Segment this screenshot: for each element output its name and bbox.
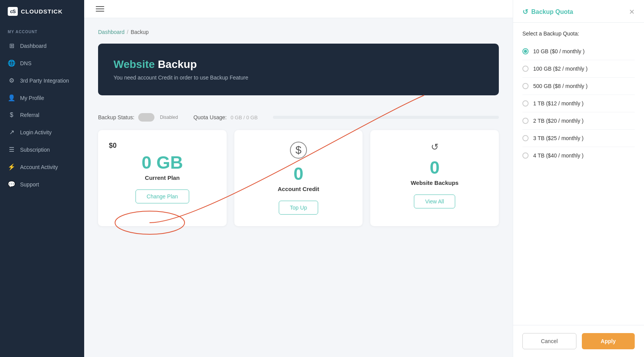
backup-status-label: Backup Status:	[98, 114, 134, 120]
quota-option-7[interactable]: 4 TB ($40 / monthly )	[522, 147, 635, 164]
toggle-label: Disabled	[160, 115, 178, 120]
view-all-button[interactable]: View All	[414, 195, 455, 208]
breadcrumb: Dashboard / Backup	[98, 29, 499, 35]
dollar-circle-icon: $	[290, 142, 307, 159]
website-backups-number: 0	[430, 157, 440, 178]
backup-banner: Website Backup You need account Credit i…	[98, 44, 499, 95]
logo-text: CLOUDSTICK	[21, 8, 63, 15]
current-plan-card: $0 0 GB Current Plan Change Plan	[98, 130, 227, 226]
sidebar-item-label: Login Activity	[20, 129, 52, 135]
backup-toggle[interactable]	[138, 113, 154, 122]
panel-select-label: Select a Backup Quota:	[522, 30, 635, 37]
cancel-button[interactable]: Cancel	[522, 333, 576, 349]
hamburger-line	[96, 8, 104, 9]
quota-label: Quota Usage:	[193, 114, 227, 120]
sidebar: cS CLOUDSTICK MY ACCOUNT ⊞ Dashboard 🌐 D…	[0, 0, 84, 357]
breadcrumb-dashboard[interactable]: Dashboard	[98, 29, 125, 35]
quota-value: 0 GB / 0 GB	[230, 115, 258, 120]
sidebar-item-loginactivity[interactable]: ↗ Login Activity	[0, 124, 84, 141]
breadcrumb-separator: /	[127, 29, 129, 35]
website-backups-card: ↺ 0 Website Backups View All	[370, 130, 499, 226]
sidebar-item-label: 3rd Party Integration	[20, 78, 69, 84]
sidebar-item-label: DNS	[20, 60, 32, 66]
quota-usage: Quota Usage: 0 GB / 0 GB	[193, 114, 258, 120]
support-icon: 💬	[8, 181, 15, 188]
top-up-button[interactable]: Top Up	[279, 201, 318, 215]
quota-option-4[interactable]: 1 TB ($12 / monthly )	[522, 95, 635, 112]
sidebar-item-label: Account Activity	[20, 164, 58, 170]
quota-option-1[interactable]: 10 GB ($0 / monthly )	[522, 43, 635, 60]
sidebar-item-label: Support	[20, 181, 39, 188]
banner-title-green: Website	[114, 58, 155, 70]
logo-icon: cS	[8, 7, 18, 16]
sidebar-item-subscription[interactable]: ☰ Subscription	[0, 141, 84, 158]
hamburger-line	[96, 6, 104, 7]
quota-option-label-4: 1 TB ($12 / monthly )	[533, 100, 583, 107]
banner-subtitle: You need account Credit in order to use …	[114, 74, 483, 81]
backup-quota-icon: ↺	[522, 8, 528, 16]
backup-status: Backup Status: Disabled	[98, 113, 178, 122]
quota-option-label-2: 100 GB ($2 / monthly )	[533, 66, 588, 72]
quota-option-label-6: 3 TB ($25 / monthly )	[533, 135, 583, 141]
change-plan-button[interactable]: Change Plan	[136, 189, 189, 203]
sidebar-item-myprofile[interactable]: 👤 My Profile	[0, 89, 84, 107]
activity-icon: ⚡	[8, 163, 15, 171]
panel-title: ↺ Backup Quota	[522, 8, 573, 16]
sidebar-item-dashboard[interactable]: ⊞ Dashboard	[0, 37, 84, 54]
sidebar-item-3rdparty[interactable]: ⚙ 3rd Party Integration	[0, 72, 84, 89]
login-icon: ↗	[8, 129, 15, 136]
radio-btn-4	[522, 100, 529, 107]
quota-option-5[interactable]: 2 TB ($20 / monthly )	[522, 112, 635, 130]
hamburger-button[interactable]	[96, 6, 104, 12]
quota-bar	[273, 116, 499, 119]
logo: cS CLOUDSTICK	[0, 0, 84, 23]
sidebar-item-dns[interactable]: 🌐 DNS	[0, 54, 84, 72]
status-bar: Backup Status: Disabled Quota Usage: 0 G…	[98, 106, 499, 130]
card-dollar: $0	[109, 142, 117, 150]
quota-option-label-1: 10 GB ($0 / monthly )	[533, 48, 585, 54]
panel-footer: Cancel Apply	[513, 325, 644, 357]
main-wrap: Dashboard / Backup Website Backup You ne…	[84, 0, 513, 357]
quota-option-6[interactable]: 3 TB ($25 / monthly )	[522, 130, 635, 147]
current-plan-label: Current Plan	[145, 174, 180, 181]
radio-btn-3	[522, 83, 529, 89]
cards-row: $0 0 GB Current Plan Change Plan $ 0 Acc…	[98, 130, 499, 226]
sidebar-section-label: MY ACCOUNT	[0, 23, 84, 37]
account-credit-number: 0	[293, 163, 303, 184]
sidebar-item-accountactivity[interactable]: ⚡ Account Activity	[0, 158, 84, 176]
current-plan-gb: 0 GB	[142, 152, 183, 173]
radio-btn-6	[522, 135, 529, 141]
radio-btn-5	[522, 118, 529, 124]
banner-title: Website Backup	[114, 58, 483, 71]
panel-body: Select a Backup Quota: 10 GB ($0 / month…	[513, 23, 644, 325]
sidebar-item-label: Subscription	[20, 147, 50, 153]
quota-option-label-3: 500 GB ($8 / monthly )	[533, 83, 588, 89]
dashboard-icon: ⊞	[8, 42, 15, 49]
main-content: Dashboard / Backup Website Backup You ne…	[84, 18, 513, 357]
breadcrumb-current: Backup	[130, 29, 149, 35]
topnav	[84, 0, 513, 18]
sidebar-item-referral[interactable]: $ Referral	[0, 107, 84, 124]
right-panel: ↺ Backup Quota ✕ Select a Backup Quota: …	[513, 0, 644, 357]
account-credit-card: $ 0 Account Credit Top Up	[234, 130, 363, 226]
dns-icon: 🌐	[8, 59, 15, 67]
website-backups-label: Website Backups	[411, 179, 459, 186]
apply-button[interactable]: Apply	[582, 333, 635, 349]
account-credit-label: Account Credit	[278, 186, 319, 192]
quota-option-label-5: 2 TB ($20 / monthly )	[533, 118, 583, 124]
profile-icon: 👤	[8, 94, 15, 102]
panel-close-button[interactable]: ✕	[629, 8, 635, 16]
hamburger-line	[96, 11, 104, 12]
radio-btn-1	[522, 48, 529, 54]
quota-option-3[interactable]: 500 GB ($8 / monthly )	[522, 78, 635, 95]
quota-bar-wrap	[273, 116, 499, 119]
panel-title-text: Backup Quota	[531, 8, 573, 15]
radio-btn-7	[522, 152, 529, 159]
backup-icon: ↺	[431, 142, 439, 152]
banner-title-rest: Backup	[155, 58, 197, 70]
quota-option-2[interactable]: 100 GB ($2 / monthly )	[522, 60, 635, 78]
panel-header: ↺ Backup Quota ✕	[513, 0, 644, 23]
integration-icon: ⚙	[8, 77, 15, 84]
sidebar-item-label: Referral	[20, 112, 39, 118]
sidebar-item-support[interactable]: 💬 Support	[0, 176, 84, 193]
